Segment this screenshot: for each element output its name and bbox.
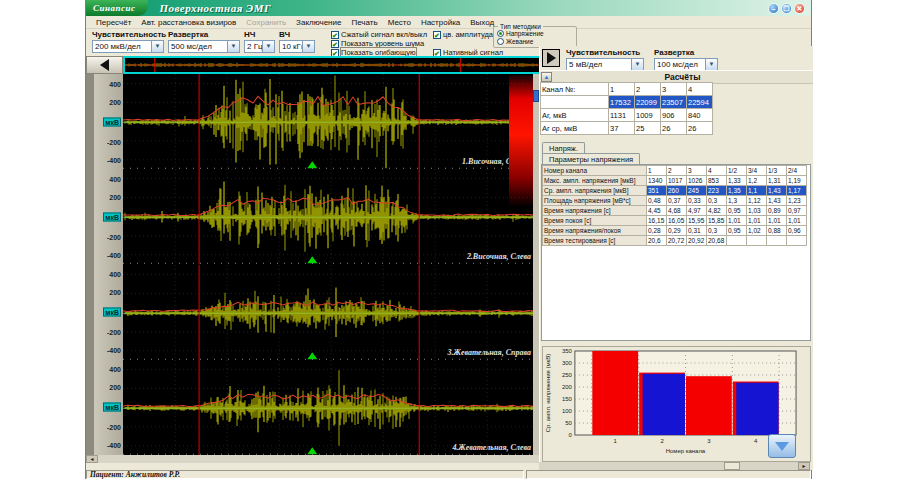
checkbox-box-icon[interactable]: ✔: [331, 40, 339, 48]
chevron-down-icon[interactable]: ▼: [262, 41, 274, 52]
params-table[interactable]: Номер канала12341/23/41/32/4Макс. ампл. …: [542, 165, 810, 246]
radio-icon: [497, 38, 504, 45]
sweep-group: Развертка 500 мс/дел ▼: [168, 30, 240, 53]
value-cell: 20,6: [647, 236, 667, 246]
app-window: Синапсис Поверхностная ЭМГ – ❐ ✕ Пересчё…: [85, 0, 812, 479]
data-table[interactable]: Канал №:1234Турны17532220992350722594Аг,…: [540, 82, 713, 135]
value-cell: 1,02: [747, 226, 767, 236]
scale-tick-label: 400: [109, 271, 121, 278]
overview-plot: [125, 58, 539, 72]
table-row[interactable]: Время тестирования [с]20,620,7220,9220,6…: [543, 236, 807, 246]
checkbox-box-icon[interactable]: ✔: [433, 31, 441, 39]
value-cell: 1026: [687, 176, 707, 186]
table-row[interactable]: Ср. ампл. напряжения [мкВ]3512602452231,…: [543, 186, 807, 196]
right-sensitivity-label: Чувствительность: [566, 48, 644, 57]
checkbox[interactable]: ✔Показать уровень шума: [331, 39, 427, 48]
radio-option[interactable]: Жевание: [497, 37, 573, 45]
emg-plot-area[interactable]: 4.Жевательная, Слева: [123, 360, 539, 455]
scale-tick-label: мкВ: [103, 117, 121, 126]
calc-table[interactable]: Канал №:1234Турны17532220992350722594Аг,…: [540, 82, 713, 135]
checkbox-label: цв. амплитуда: [443, 30, 493, 39]
highfreq-select[interactable]: 10 кГц ▼: [279, 40, 315, 53]
radio-label: Напряжение: [506, 30, 544, 37]
menu-item[interactable]: Заключение: [291, 18, 346, 27]
row-label-cell: Время напряжения [с]: [543, 206, 647, 216]
value-cell: 1009: [635, 109, 661, 122]
emg-plot-area[interactable]: 3.Жевательная, Справа: [123, 265, 539, 360]
svg-text:2.Височная, Слева: 2.Височная, Слева: [466, 252, 531, 261]
titlebar[interactable]: Синапсис Поверхностная ЭМГ – ❐ ✕: [86, 0, 811, 16]
chevron-down-icon[interactable]: ▼: [227, 41, 239, 52]
menu-item[interactable]: Настройка: [416, 18, 465, 27]
table-row[interactable]: Турны17532220992350722594: [541, 96, 713, 109]
table-row[interactable]: Аг ср, мкВ37252626: [541, 122, 713, 135]
value-cell: 1,3: [727, 196, 747, 206]
menu-item[interactable]: Авт. расстановка визиров: [136, 18, 241, 27]
header-cell: 4: [707, 166, 727, 176]
scale-tick-label: 400: [109, 175, 121, 182]
value-cell: 853: [707, 176, 727, 186]
table-row[interactable]: Время покоя [с]16,1516,0515,9515,851,011…: [543, 216, 807, 226]
table-row[interactable]: Время напряжения [с]4,454,684,974,820,95…: [543, 206, 807, 216]
sweep-select[interactable]: 500 мс/дел ▼: [168, 40, 240, 53]
emg-plot-area[interactable]: 2.Височная, Слева: [123, 169, 539, 264]
header-cell: 1: [647, 166, 667, 176]
data-table[interactable]: Номер канала12341/23/41/32/4Макс. ампл. …: [542, 165, 807, 246]
params-panel: Номер канала12341/23/41/32/4Макс. ампл. …: [541, 164, 811, 341]
minimize-button[interactable]: –: [768, 3, 779, 14]
sensitivity-select[interactable]: 200 мкВ/дел ▼: [92, 40, 164, 53]
play-button[interactable]: [542, 49, 560, 67]
scale-tick-label: 200: [109, 193, 121, 200]
scroll-down-button[interactable]: [768, 434, 796, 458]
chevron-down-icon[interactable]: ▼: [151, 41, 163, 52]
method-options: НапряжениеЖевание: [497, 29, 573, 45]
svg-text:50: 50: [565, 420, 572, 426]
arrow-up-icon[interactable]: ▲: [541, 72, 552, 82]
table-hscrollbar[interactable]: ►: [539, 462, 810, 470]
lowfreq-select[interactable]: 2 Гц ▼: [244, 40, 275, 53]
svg-text:1.Височная, Справа: 1.Височная, Справа: [462, 157, 531, 166]
scale-tick-label: мкВ: [103, 212, 121, 221]
right-toolbar: Чувствительность 5 мВ/дел ▼ Развертка 10…: [540, 46, 813, 71]
chevron-down-icon[interactable]: ▼: [705, 59, 717, 70]
value-cell: 1,33: [727, 176, 747, 186]
value-cell: 245: [687, 186, 707, 196]
checkbox-box-icon[interactable]: ✔: [331, 31, 339, 39]
chevron-down-icon[interactable]: ▼: [631, 59, 643, 70]
maximize-button[interactable]: ❐: [781, 3, 792, 14]
scroll-left-button[interactable]: [86, 56, 123, 74]
row-label-cell: Макс. ампл. напряжения [мкВ]: [543, 176, 647, 186]
scrollbar-thumb[interactable]: [724, 462, 740, 470]
value-cell: 0,33: [687, 196, 707, 206]
sweep-label: Развертка: [168, 30, 240, 39]
lowfreq-group: НЧ 2 Гц ▼: [244, 30, 275, 53]
checkbox[interactable]: ✔Сжатый сигнал вкл/выкл: [331, 30, 427, 39]
scrollbar-right-arrow-icon[interactable]: ►: [798, 462, 810, 470]
value-cell: [787, 236, 807, 246]
menu-item[interactable]: Место: [383, 18, 416, 27]
row-label-cell: Площадь напряжения [мВ*с]: [543, 196, 647, 206]
value-cell: 17532: [609, 96, 635, 109]
scale-tick-label: -400: [107, 251, 121, 258]
radio-option[interactable]: Напряжение: [497, 29, 573, 37]
value-cell: [747, 236, 767, 246]
svg-text:350: 350: [562, 348, 573, 354]
table-row[interactable]: Макс. ампл. напряжения [мкВ]134010171026…: [543, 176, 807, 186]
table-row[interactable]: Аг, мкВ11311009906840: [541, 109, 713, 122]
table-row[interactable]: Площадь напряжения [мВ*с]0,480,370,330,3…: [543, 196, 807, 206]
value-cell: 0,3: [707, 226, 727, 236]
chevron-down-icon[interactable]: ▼: [302, 41, 314, 52]
value-cell: 0,96: [787, 226, 807, 236]
highfreq-label: ВЧ: [279, 30, 315, 39]
emg-plot-area[interactable]: 1.Височная, Справа: [123, 74, 539, 169]
overview-strip[interactable]: [123, 56, 539, 74]
scale-tick-label: мкВ: [103, 308, 121, 317]
menu-item[interactable]: Печать: [346, 18, 382, 27]
table-row[interactable]: Время напряжения/покоя0,280,290,310,30,9…: [543, 226, 807, 236]
value-cell: 840: [687, 109, 713, 122]
scale-tick-label: -400: [107, 156, 121, 163]
menu-item[interactable]: Пересчёт: [91, 18, 136, 27]
signal-hscrollbar[interactable]: ◄: [86, 455, 539, 463]
scrollbar-left-arrow-icon[interactable]: ◄: [86, 455, 98, 463]
close-button[interactable]: ✕: [794, 3, 805, 14]
